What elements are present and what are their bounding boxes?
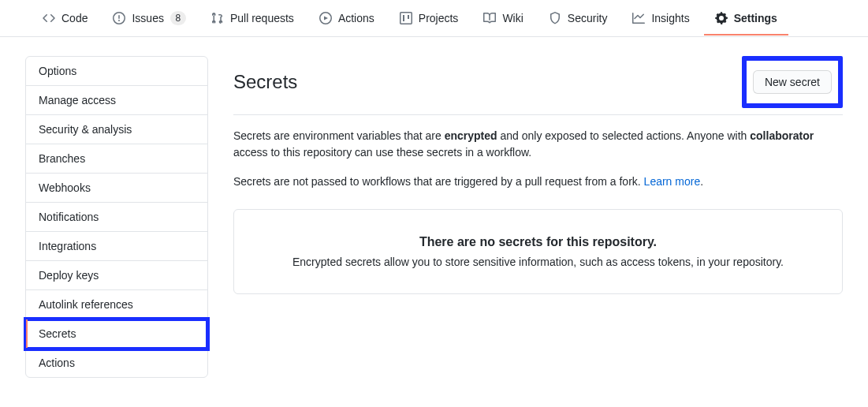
pull-request-icon xyxy=(211,12,224,24)
nav-code-label: Code xyxy=(61,12,88,24)
sidebar-label: Actions xyxy=(39,357,75,369)
settings-sidebar: Options Manage access Security & analysi… xyxy=(25,56,208,378)
text-bold: collaborator xyxy=(750,129,814,142)
sidebar-item-deploy-keys[interactable]: Deploy keys xyxy=(26,261,207,290)
nav-issues[interactable]: Issues 8 xyxy=(102,0,196,36)
nav-actions[interactable]: Actions xyxy=(308,1,386,35)
gear-icon xyxy=(715,12,728,24)
sidebar-label: Notifications xyxy=(39,211,99,223)
issue-icon xyxy=(113,12,125,24)
code-icon xyxy=(43,12,55,24)
nav-settings-label: Settings xyxy=(734,12,777,24)
nav-security[interactable]: Security xyxy=(538,1,619,35)
learn-more-link[interactable]: Learn more xyxy=(644,175,701,188)
sidebar-item-webhooks[interactable]: Webhooks xyxy=(26,174,207,203)
project-icon xyxy=(400,12,412,24)
repo-nav: Code Issues 8 Pull requests Actions Proj… xyxy=(0,0,868,37)
sidebar-item-autolink[interactable]: Autolink references xyxy=(26,290,207,319)
nav-settings[interactable]: Settings xyxy=(704,1,788,35)
nav-pulls[interactable]: Pull requests xyxy=(200,1,305,35)
nav-wiki-label: Wiki xyxy=(502,12,523,24)
text: Secrets are not passed to workflows that… xyxy=(233,175,644,188)
text: . xyxy=(700,175,703,188)
nav-insights-label: Insights xyxy=(651,12,689,24)
sidebar-item-branches[interactable]: Branches xyxy=(26,144,207,174)
shield-icon xyxy=(549,12,561,24)
nav-security-label: Security xyxy=(568,12,608,24)
text: Secrets are environment variables that a… xyxy=(233,129,445,142)
sidebar-label: Integrations xyxy=(39,240,96,252)
description-2: Secrets are not passed to workflows that… xyxy=(233,174,843,190)
text: and only exposed to selected actions. An… xyxy=(497,129,751,142)
text: access to this repository can use these … xyxy=(233,146,531,159)
main-content: Secrets New secret Secrets are environme… xyxy=(233,56,843,378)
sidebar-label: Branches xyxy=(39,152,85,165)
empty-state: There are no secrets for this repository… xyxy=(233,209,843,294)
sidebar-item-integrations[interactable]: Integrations xyxy=(26,232,207,261)
sidebar-label: Security & analysis xyxy=(39,123,132,136)
nav-actions-label: Actions xyxy=(338,12,374,24)
text-bold: encrypted xyxy=(445,129,497,142)
empty-state-text: Encrypted secrets allow you to store sen… xyxy=(253,256,823,268)
sidebar-item-options[interactable]: Options xyxy=(26,57,207,86)
play-icon xyxy=(319,12,332,24)
nav-code[interactable]: Code xyxy=(32,1,99,35)
nav-wiki[interactable]: Wiki xyxy=(472,1,534,35)
empty-state-title: There are no secrets for this repository… xyxy=(253,235,823,249)
settings-layout: Options Manage access Security & analysi… xyxy=(0,37,868,397)
sidebar-label: Secrets xyxy=(39,327,76,340)
issues-count: 8 xyxy=(170,11,186,25)
nav-projects-label: Projects xyxy=(419,12,459,24)
nav-insights[interactable]: Insights xyxy=(621,1,700,35)
description-1: Secrets are environment variables that a… xyxy=(233,128,843,161)
sidebar-label: Manage access xyxy=(39,94,116,106)
new-secret-button[interactable]: New secret xyxy=(753,70,832,94)
nav-projects[interactable]: Projects xyxy=(389,1,470,35)
book-icon xyxy=(483,12,496,24)
sidebar-item-manage-access[interactable]: Manage access xyxy=(26,86,207,115)
sidebar-item-security-analysis[interactable]: Security & analysis xyxy=(26,115,207,144)
new-secret-highlight: New secret xyxy=(742,56,843,108)
sidebar-label: Autolink references xyxy=(39,298,133,311)
sidebar-label: Options xyxy=(39,65,76,77)
page-header: Secrets New secret xyxy=(233,56,843,115)
nav-pulls-label: Pull requests xyxy=(230,12,294,24)
sidebar-label: Webhooks xyxy=(39,181,91,194)
sidebar-item-notifications[interactable]: Notifications xyxy=(26,203,207,232)
nav-issues-label: Issues xyxy=(132,12,163,24)
sidebar-item-actions[interactable]: Actions xyxy=(26,349,207,377)
graph-icon xyxy=(632,12,645,24)
sidebar-item-secrets[interactable]: Secrets xyxy=(26,319,207,349)
page-title: Secrets xyxy=(233,71,297,93)
sidebar-label: Deploy keys xyxy=(39,269,99,282)
